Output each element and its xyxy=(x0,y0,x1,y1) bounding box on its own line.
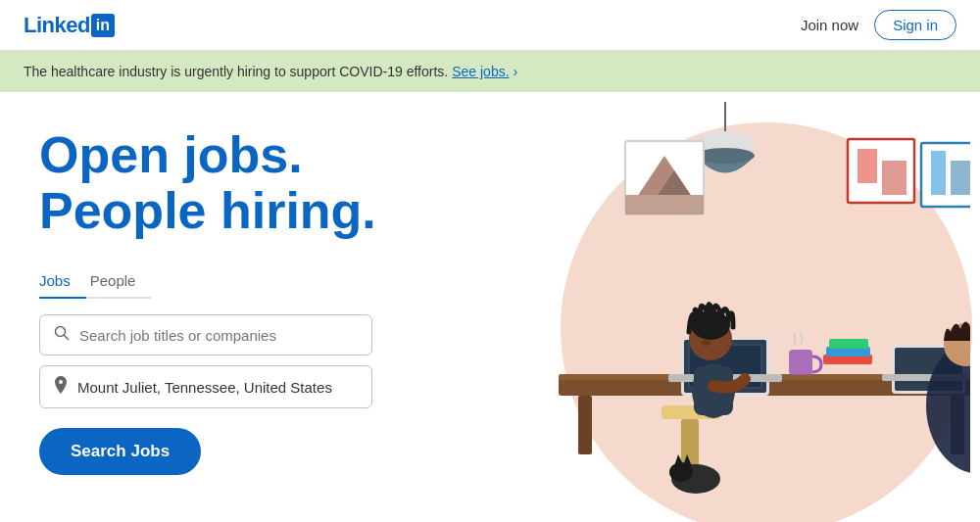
search-jobs-button[interactable]: Search Jobs xyxy=(39,428,201,475)
svg-rect-12 xyxy=(858,149,877,183)
right-panel xyxy=(470,92,980,522)
svg-rect-30 xyxy=(829,339,868,349)
logo: Linked in xyxy=(24,13,115,38)
svg-rect-13 xyxy=(882,161,906,195)
search-icon xyxy=(54,325,70,345)
svg-rect-35 xyxy=(681,419,699,468)
tab-bar: Jobs People xyxy=(39,266,151,299)
location-input[interactable] xyxy=(77,379,358,396)
job-title-input[interactable] xyxy=(79,327,358,344)
location-search-box xyxy=(39,365,372,408)
left-panel: Open jobs. People hiring. Jobs People xyxy=(0,92,470,522)
banner-text: The healthcare industry is urgently hiri… xyxy=(24,64,448,79)
svg-rect-9 xyxy=(625,195,704,214)
join-now-link[interactable]: Join now xyxy=(801,17,858,33)
covid-banner: The healthcare industry is urgently hiri… xyxy=(0,51,980,92)
job-search-box xyxy=(39,314,372,356)
location-icon xyxy=(54,376,68,398)
svg-point-40 xyxy=(701,340,710,346)
sign-in-button[interactable]: Sign in xyxy=(874,10,956,40)
svg-line-1 xyxy=(65,336,69,340)
svg-rect-16 xyxy=(931,151,946,195)
svg-rect-27 xyxy=(789,350,812,375)
logo-box: in xyxy=(91,14,115,37)
tab-people[interactable]: People xyxy=(86,266,152,299)
logo-text: Linked xyxy=(24,13,90,38)
svg-point-39 xyxy=(691,310,730,340)
banner-link[interactable]: See jobs. xyxy=(452,64,509,79)
navbar: Linked in Join now Sign in xyxy=(0,0,980,51)
tab-jobs[interactable]: Jobs xyxy=(39,266,86,299)
banner-chevron-icon: › xyxy=(514,64,518,79)
main-content: Open jobs. People hiring. Jobs People xyxy=(0,92,980,522)
hero-illustration xyxy=(500,102,970,513)
svg-rect-17 xyxy=(951,161,970,195)
svg-rect-20 xyxy=(578,396,592,454)
nav-actions: Join now Sign in xyxy=(801,10,956,40)
hero-title: Open jobs. People hiring. xyxy=(39,127,431,239)
